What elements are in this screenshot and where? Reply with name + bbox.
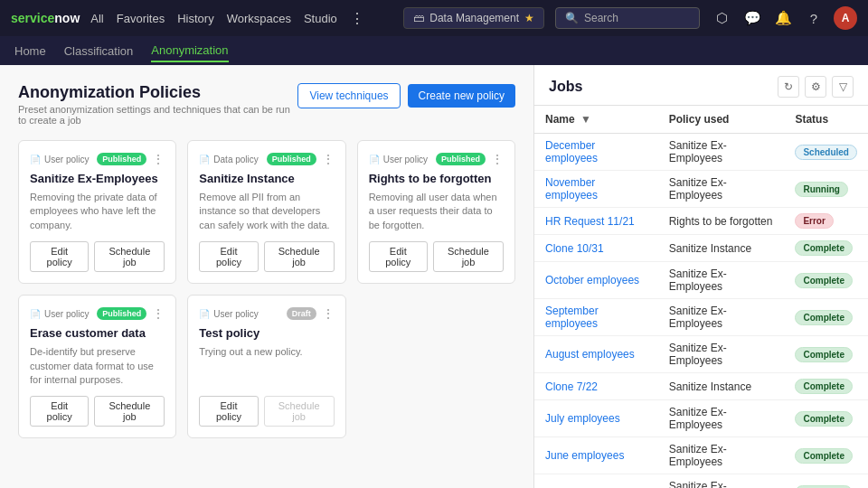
- search-box[interactable]: 🔍 Search: [555, 7, 700, 29]
- table-row: June employees Sanitize Ex-Employees Com…: [534, 437, 868, 474]
- avatar[interactable]: A: [834, 6, 857, 30]
- job-name: June employees: [534, 437, 658, 474]
- card-description: Trying out a new policy.: [199, 345, 334, 387]
- card-badge-row: Draft ⋮: [287, 306, 335, 321]
- jobs-actions: ↻ ⚙ ▽: [778, 76, 854, 98]
- card-buttons: Edit policy Schedule job: [369, 241, 504, 272]
- card-more-dots[interactable]: ⋮: [152, 152, 165, 166]
- help-icon[interactable]: ?: [803, 7, 825, 29]
- job-status: Scheduled: [784, 134, 868, 171]
- job-policy: Sanitize Ex-Employees: [658, 299, 785, 336]
- job-name-link[interactable]: Clone 7/22: [545, 380, 598, 393]
- table-row: Clone 7/22 Sanitize Instance Complete: [534, 373, 868, 400]
- job-name-link[interactable]: November employees: [545, 176, 598, 202]
- col-name[interactable]: Name ▼: [534, 106, 658, 134]
- status-badge: Scheduled: [795, 145, 857, 160]
- card-description: Removing all user data when a user reque…: [369, 191, 504, 232]
- nav-studio[interactable]: Studio: [304, 12, 337, 25]
- sort-arrow-name: ▼: [580, 113, 591, 126]
- bell-icon[interactable]: 🔔: [772, 7, 794, 29]
- nav-history[interactable]: History: [177, 12, 213, 25]
- card-more-dots[interactable]: ⋮: [152, 306, 165, 321]
- card-more-dots[interactable]: ⋮: [491, 152, 504, 166]
- data-management-selector[interactable]: 🗃 Data Management ★: [403, 7, 544, 29]
- main-content: Anonymization Policies Preset anonymizat…: [0, 65, 868, 488]
- policy-card: 📄 User policy Published ⋮ Sanitize Ex-Em…: [18, 140, 176, 284]
- table-row: October employees Sanitize Ex-Employees …: [534, 262, 868, 299]
- job-name: HR Request 11/21: [534, 208, 658, 235]
- policy-card: 📄 User policy Published ⋮ Erase customer…: [18, 295, 176, 438]
- status-badge: Published: [97, 153, 146, 165]
- status-badge: Complete: [795, 448, 853, 464]
- edit-policy-button[interactable]: Edit policy: [199, 241, 258, 272]
- edit-policy-button[interactable]: Edit policy: [369, 241, 428, 272]
- job-name-link[interactable]: October employees: [545, 274, 639, 286]
- job-name-link[interactable]: September employees: [545, 305, 599, 330]
- database-icon: 🗃: [413, 12, 424, 24]
- job-status: Complete: [784, 474, 868, 489]
- job-name-link[interactable]: June employees: [545, 449, 624, 462]
- table-row: April employees Sanitize Ex-Employees Co…: [534, 474, 868, 489]
- connect-icon[interactable]: ⬡: [711, 7, 732, 29]
- card-type: 📄 User policy: [199, 309, 258, 319]
- card-title: Test policy: [199, 326, 334, 340]
- refresh-button[interactable]: ↻: [778, 76, 799, 98]
- nav-favorites[interactable]: Favorites: [117, 12, 165, 25]
- edit-policy-button[interactable]: Edit policy: [30, 241, 89, 272]
- chat-icon[interactable]: 💬: [741, 7, 763, 29]
- doc-icon: 📄: [199, 155, 210, 164]
- card-badge-row: Published ⋮: [97, 306, 165, 321]
- page-subtitle: Preset anonymization settings and techni…: [18, 104, 297, 126]
- job-policy: Sanitize Ex-Employees: [658, 134, 785, 171]
- job-name: Clone 7/22: [534, 373, 658, 400]
- job-name-link[interactable]: July employees: [545, 412, 620, 425]
- logo: servicenow: [11, 11, 80, 25]
- create-policy-button[interactable]: Create new policy: [408, 84, 515, 108]
- table-row: August employees Sanitize Ex-Employees C…: [534, 336, 868, 373]
- card-more-dots[interactable]: ⋮: [322, 152, 335, 166]
- jobs-title: Jobs: [549, 79, 582, 95]
- job-name-link[interactable]: Clone 10/31: [545, 242, 604, 255]
- panel-header: Anonymization Policies Preset anonymizat…: [18, 83, 515, 126]
- schedule-job-button[interactable]: Schedule job: [264, 241, 335, 272]
- job-policy: Rights to be forgotten: [658, 208, 785, 235]
- sec-nav-home[interactable]: Home: [14, 41, 46, 61]
- col-policy[interactable]: Policy used: [658, 106, 785, 134]
- settings-button[interactable]: ⚙: [805, 76, 826, 98]
- card-type: 📄 User policy: [30, 309, 89, 319]
- table-row: July employees Sanitize Ex-Employees Com…: [534, 400, 868, 437]
- nav-workspaces[interactable]: Workspaces: [227, 12, 291, 25]
- edit-policy-button[interactable]: Edit policy: [30, 396, 89, 427]
- card-top: 📄 User policy Published ⋮: [30, 152, 165, 166]
- sec-nav-classification[interactable]: Classification: [64, 41, 134, 61]
- job-policy: Sanitize Ex-Employees: [658, 171, 785, 208]
- center-label: Data Management: [429, 12, 519, 24]
- secondary-navigation: Home Classification Anonymization: [0, 36, 868, 65]
- jobs-header: Jobs ↻ ⚙ ▽: [534, 65, 868, 106]
- nav-more-dots[interactable]: ⋮: [350, 10, 364, 27]
- table-row: November employees Sanitize Ex-Employees…: [534, 171, 868, 208]
- edit-policy-button[interactable]: Edit policy: [199, 396, 258, 427]
- view-techniques-button[interactable]: View techniques: [297, 83, 400, 108]
- schedule-job-button[interactable]: Schedule job: [94, 396, 165, 427]
- col-status[interactable]: Status: [784, 106, 868, 134]
- job-status: Running: [784, 171, 868, 208]
- job-status: Complete: [784, 262, 868, 299]
- table-head: Name ▼ Policy used Status: [534, 106, 868, 134]
- schedule-job-button[interactable]: Schedule job: [433, 241, 504, 272]
- filter-button[interactable]: ▽: [832, 76, 854, 98]
- panel-title-group: Anonymization Policies Preset anonymizat…: [18, 83, 297, 126]
- job-name-link[interactable]: December employees: [545, 139, 598, 164]
- job-name-link[interactable]: August employees: [545, 348, 635, 361]
- card-type: 📄 User policy: [369, 155, 428, 164]
- status-badge: Published: [267, 153, 316, 165]
- search-label: Search: [584, 12, 618, 24]
- status-badge: Published: [436, 153, 486, 165]
- card-more-dots[interactable]: ⋮: [322, 306, 335, 321]
- sec-nav-anonymization[interactable]: Anonymization: [151, 40, 228, 62]
- job-name: December employees: [534, 134, 658, 171]
- job-name-link[interactable]: HR Request 11/21: [545, 215, 635, 228]
- doc-icon: 📄: [30, 155, 41, 164]
- nav-all[interactable]: All: [90, 12, 103, 25]
- schedule-job-button[interactable]: Schedule job: [94, 241, 165, 272]
